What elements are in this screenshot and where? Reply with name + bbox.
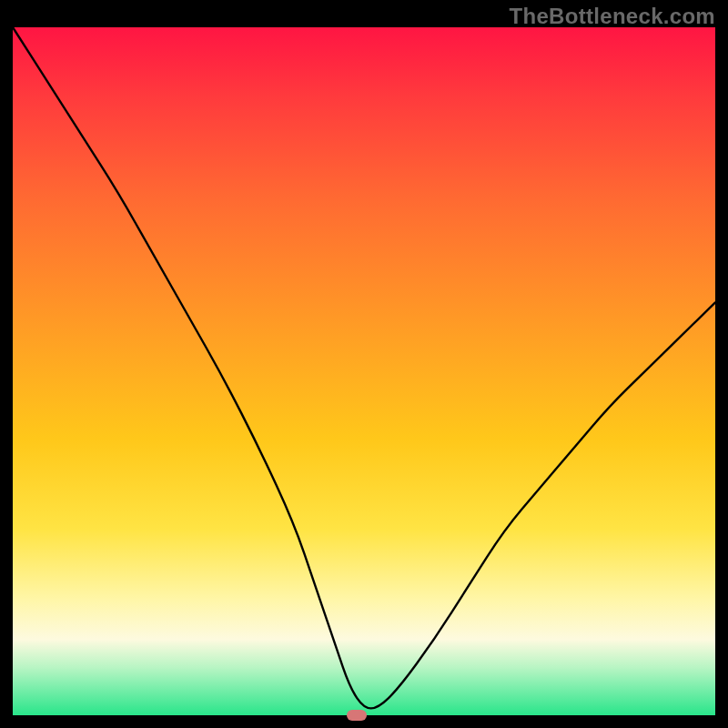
watermark-text: TheBottleneck.com (510, 4, 715, 29)
plot-gradient-area (13, 27, 715, 715)
bottleneck-curve (13, 27, 715, 715)
bottleneck-marker (347, 710, 367, 721)
chart-frame: TheBottleneck.com (0, 0, 728, 728)
